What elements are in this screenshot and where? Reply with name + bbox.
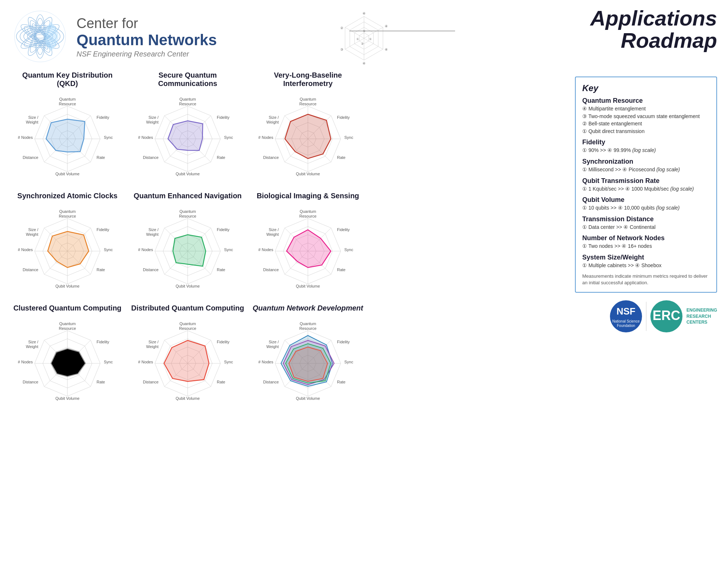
svg-text:QuantumResource: QuantumResource bbox=[299, 209, 316, 218]
key-section-title: Qubit Transmission Rate bbox=[582, 177, 710, 185]
chart-title: Synchronized Atomic Clocks bbox=[11, 192, 124, 200]
key-section-title: Synchronization bbox=[582, 158, 710, 165]
radar-container: QuantumResourceFidelitySyncRateQubit Vol… bbox=[133, 314, 242, 413]
svg-text:Sync: Sync bbox=[224, 247, 233, 252]
svg-text:# Nodes: # Nodes bbox=[18, 360, 33, 364]
key-note: Measurements indicate minimum metrics re… bbox=[582, 273, 710, 286]
svg-text:Distance: Distance bbox=[143, 268, 158, 272]
svg-marker-145 bbox=[173, 235, 206, 266]
svg-text:QuantumResource: QuantumResource bbox=[179, 209, 196, 218]
chart-cell: Clustered Quantum ComputingQuantumResour… bbox=[7, 302, 128, 414]
chart-cell: Biological Imaging & SensingQuantumResou… bbox=[248, 190, 368, 302]
svg-point-15 bbox=[36, 18, 44, 55]
key-item: ③ Two-mode squeezed vacuum state entangl… bbox=[582, 113, 710, 120]
svg-text:Fidelity: Fidelity bbox=[337, 340, 350, 344]
key-content: Quantum Resource④ Multipartite entanglem… bbox=[582, 97, 710, 269]
svg-text:Sync: Sync bbox=[104, 135, 113, 140]
chart-title: Quantum Network Development bbox=[251, 304, 364, 312]
radar-container: QuantumResourceFidelitySyncRateQubit Vol… bbox=[13, 202, 122, 300]
svg-text:②: ② bbox=[340, 26, 343, 30]
main-content: Quantum Key Distribution (QKD)QuantumRes… bbox=[0, 69, 728, 414]
svg-text:QuantumResource: QuantumResource bbox=[59, 321, 76, 331]
svg-text:QuantumResource: QuantumResource bbox=[59, 97, 76, 106]
svg-text:④: ④ bbox=[363, 12, 365, 15]
chart-cell: Very-Long-Baseline InterferometryQuantum… bbox=[248, 69, 368, 190]
svg-text:# Nodes: # Nodes bbox=[18, 247, 33, 252]
erc-logo-icon: ERC bbox=[650, 300, 683, 333]
radar-container: QuantumResourceFidelitySyncRateQubit Vol… bbox=[133, 90, 242, 188]
svg-text:Size /Weight: Size /Weight bbox=[26, 227, 39, 237]
erc-subtitle: ENGINEERINGRESEARCHCENTERS bbox=[686, 307, 717, 325]
chart-title: Biological Imaging & Sensing bbox=[251, 192, 364, 200]
radar-chart-icon: QuantumResourceFidelitySyncRateQubit Vol… bbox=[13, 90, 122, 188]
key-section-title: Fidelity bbox=[582, 138, 710, 146]
svg-marker-187 bbox=[51, 349, 86, 377]
svg-text:National Science: National Science bbox=[612, 319, 639, 323]
radar-chart-icon: QuantumResourceFidelitySyncRateQubit Vol… bbox=[13, 314, 122, 413]
logo-area: Center for Quantum Networks NSF Engineer… bbox=[11, 7, 217, 66]
svg-text:①: ① bbox=[356, 38, 359, 41]
key-item: ① 10 qubits >> ④ 10,000 qubits (log scal… bbox=[582, 204, 710, 212]
logo-divider bbox=[646, 302, 646, 331]
svg-text:Size /Weight: Size /Weight bbox=[266, 340, 279, 349]
chart-cell: Quantum Key Distribution (QKD)QuantumRes… bbox=[7, 69, 128, 190]
svg-text:Sync: Sync bbox=[344, 360, 353, 364]
svg-text:# Nodes: # Nodes bbox=[138, 135, 153, 140]
svg-text:Size /Weight: Size /Weight bbox=[146, 227, 159, 237]
svg-marker-103 bbox=[285, 114, 331, 159]
radar-container: QuantumResourceFidelitySyncRateQubit Vol… bbox=[13, 314, 122, 413]
key-title: Key bbox=[582, 83, 710, 93]
svg-text:Distance: Distance bbox=[23, 155, 38, 160]
svg-text:Qubit Volume: Qubit Volume bbox=[296, 284, 320, 288]
svg-text:# Nodes: # Nodes bbox=[258, 135, 273, 140]
svg-text:QuantumResource: QuantumResource bbox=[179, 97, 196, 106]
key-item: ① 1 Kqubit/sec >> ④ 1000 Mqubit/sec (log… bbox=[582, 186, 710, 193]
svg-text:Rate: Rate bbox=[217, 380, 225, 384]
svg-text:Fidelity: Fidelity bbox=[337, 227, 350, 232]
svg-text:Rate: Rate bbox=[97, 268, 105, 272]
chart-row: Quantum Key Distribution (QKD)QuantumRes… bbox=[7, 69, 571, 190]
chart-title: Quantum Key Distribution (QKD) bbox=[11, 71, 124, 88]
radar-container: QuantumResourceFidelitySyncRateQubit Vol… bbox=[253, 90, 363, 188]
svg-text:Sync: Sync bbox=[104, 247, 113, 252]
radar-chart-icon: QuantumResourceFidelitySyncRateQubit Vol… bbox=[253, 202, 363, 300]
key-item: ① Multiple cabinets >> ④ Shoebox bbox=[582, 262, 710, 269]
svg-text:Qubit Volume: Qubit Volume bbox=[55, 284, 79, 288]
svg-text:Sync: Sync bbox=[344, 247, 353, 252]
svg-text:Fidelity: Fidelity bbox=[217, 340, 230, 344]
org-name-line2: Quantum Networks bbox=[77, 31, 217, 48]
key-section-title: Number of Network Nodes bbox=[582, 234, 710, 242]
svg-text:Sync: Sync bbox=[224, 135, 233, 140]
svg-marker-82 bbox=[168, 121, 203, 151]
key-section-title: Qubit Volume bbox=[582, 196, 710, 204]
key-item: ④ Multipartite entanglement bbox=[582, 105, 710, 113]
chart-title: Secure Quantum Communications bbox=[131, 71, 244, 88]
chart-title: Clustered Quantum Computing bbox=[11, 304, 124, 312]
key-panel: Key Quantum Resource④ Multipartite entan… bbox=[575, 77, 717, 293]
page-title: Applications Roadmap bbox=[590, 7, 717, 52]
svg-text:Fidelity: Fidelity bbox=[337, 115, 350, 120]
org-text: Center for Quantum Networks NSF Engineer… bbox=[77, 15, 217, 58]
svg-text:Fidelity: Fidelity bbox=[97, 227, 109, 232]
svg-text:Size /Weight: Size /Weight bbox=[146, 340, 159, 349]
cqn-logo-icon bbox=[11, 7, 69, 66]
svg-text:Rate: Rate bbox=[217, 155, 225, 160]
chart-title: Quantum Enhanced Navigation bbox=[131, 192, 244, 200]
svg-marker-61 bbox=[46, 119, 85, 152]
svg-text:Distance: Distance bbox=[143, 155, 158, 160]
radar-chart-icon: QuantumResourceFidelitySyncRateQubit Vol… bbox=[133, 90, 242, 188]
radar-container: QuantumResourceFidelitySyncRateQubit Vol… bbox=[253, 314, 363, 413]
radar-container: QuantumResourceFidelitySyncRateQubit Vol… bbox=[253, 202, 363, 300]
erc-text-block: ENGINEERINGRESEARCHCENTERS bbox=[686, 307, 717, 325]
svg-text:④: ④ bbox=[385, 48, 388, 51]
key-item: ① Qubit direct transmission bbox=[582, 128, 710, 135]
svg-text:Rate: Rate bbox=[337, 155, 345, 160]
chart-cell: Quantum Enhanced NavigationQuantumResour… bbox=[128, 190, 248, 302]
svg-text:Distance: Distance bbox=[263, 380, 279, 384]
chart-row: Synchronized Atomic ClocksQuantumResourc… bbox=[7, 190, 571, 302]
svg-text:Qubit Volume: Qubit Volume bbox=[55, 396, 79, 401]
svg-text:Distance: Distance bbox=[143, 380, 158, 384]
key-item: ② Bell-state entanglement bbox=[582, 120, 710, 128]
chart-cell: Secure Quantum CommunicationsQuantumReso… bbox=[128, 69, 248, 190]
svg-text:Rate: Rate bbox=[97, 155, 105, 160]
